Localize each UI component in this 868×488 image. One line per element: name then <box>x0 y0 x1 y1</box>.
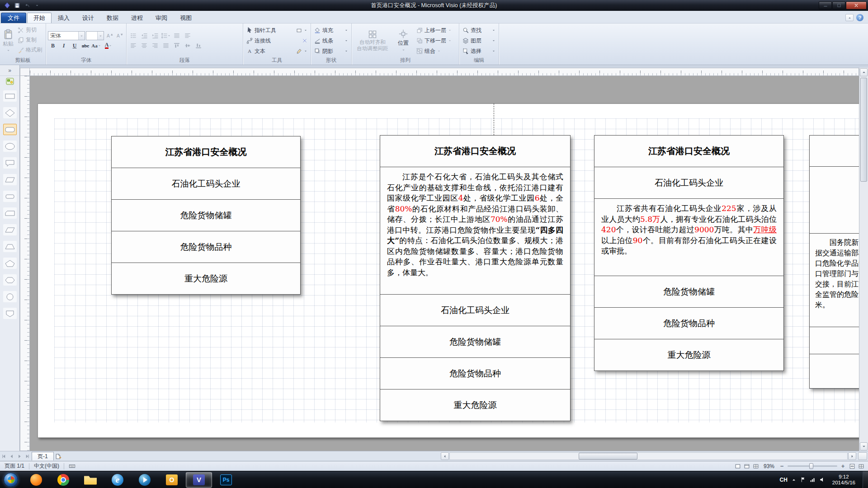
diagram-item[interactable]: 重大危险源 <box>112 263 300 294</box>
align-center-button[interactable] <box>139 41 149 50</box>
diagram-item[interactable]: 危险货物品种 <box>112 231 300 263</box>
stencil-shape-shield[interactable] <box>3 308 17 319</box>
diagram-item[interactable]: 危险货物储罐 <box>594 276 783 307</box>
qat-customize-icon[interactable] <box>33 2 41 9</box>
first-page-icon[interactable] <box>0 452 8 460</box>
taskbar-app-ie[interactable]: e <box>104 472 131 488</box>
diagram-item[interactable]: 重大危险源 <box>380 389 570 421</box>
tab-数据[interactable]: 数据 <box>100 13 125 23</box>
stencil-shape-rectangle[interactable] <box>3 90 17 102</box>
diagram-item[interactable]: 危险货物储罐 <box>112 199 300 231</box>
justify-button[interactable] <box>161 41 171 50</box>
decrease-indent-button[interactable] <box>139 31 149 40</box>
scroll-down-icon[interactable] <box>860 442 868 450</box>
format-painter-button[interactable]: 格式刷 <box>16 45 44 55</box>
connection-point-icon[interactable] <box>302 38 307 43</box>
freeform-tool-icon[interactable] <box>296 48 302 54</box>
diagram-item[interactable]: 危险货物储罐 <box>380 326 570 357</box>
connector-tool-button[interactable]: 连接线 <box>245 36 309 46</box>
underline-button[interactable]: U <box>70 41 80 50</box>
diagram-item[interactable]: 重大危险源 <box>594 339 783 371</box>
tab-进程[interactable]: 进程 <box>125 13 149 23</box>
sheet-tab[interactable]: 页-1 <box>32 452 54 460</box>
diagram-header[interactable]: 江苏省港口安全概况 <box>594 136 783 167</box>
diagram-box-column-1[interactable]: 江苏省港口安全概况石油化工码头企业危险货物储罐危险货物品种重大危险源 <box>111 136 301 295</box>
align-right-button[interactable] <box>150 41 160 50</box>
text-direction-button[interactable] <box>172 31 182 40</box>
vertical-scroll-thumb[interactable] <box>860 78 867 182</box>
macro-record-icon[interactable] <box>64 461 80 471</box>
diagram-paragraph[interactable]: 江苏是个石化大省，石油化工码头及其仓储式石化产业的基础支撑和生命线，依托沿江港口… <box>380 167 570 294</box>
fit-width-icon[interactable] <box>858 463 864 469</box>
grow-font-button[interactable]: A <box>105 31 114 40</box>
align-bottom-button[interactable] <box>193 41 203 50</box>
network-icon[interactable] <box>810 477 816 483</box>
taskbar-app-media[interactable] <box>132 472 158 488</box>
stencil-shape-rounded-rectangle[interactable] <box>3 124 17 135</box>
diagram-item[interactable]: 石油化工码头企业 <box>112 168 300 199</box>
bold-button[interactable]: B <box>48 41 58 50</box>
tab-视图[interactable]: 视图 <box>174 13 198 23</box>
ime-indicator[interactable]: CH <box>779 477 787 483</box>
action-center-icon[interactable] <box>800 477 806 483</box>
text-tool-button[interactable]: A文本 <box>245 47 309 56</box>
taskbar-app-chrome[interactable] <box>50 472 76 488</box>
diagram-empty-section[interactable] <box>810 354 859 388</box>
stencil-shape-card[interactable] <box>3 207 17 219</box>
copy-button[interactable]: 复制 <box>16 35 44 45</box>
stencils-icon[interactable] <box>6 78 14 87</box>
diagram-paragraph[interactable]: 江苏省共有石油化工码头企业225家，涉及从业人员大约5.8万人，拥有专业化石油化… <box>594 198 783 276</box>
paste-button[interactable]: 粘贴 <box>2 25 14 56</box>
help-icon[interactable]: ? <box>856 14 863 21</box>
diagram-item[interactable]: 危险货物品种 <box>380 357 570 389</box>
increase-indent-button[interactable] <box>150 31 160 40</box>
expand-shapes-panel-icon[interactable]: » <box>0 65 19 76</box>
zoom-out-icon[interactable]: − <box>778 463 785 469</box>
diagram-item[interactable]: 石油化工码头企业 <box>594 167 783 198</box>
last-page-icon[interactable] <box>23 452 31 460</box>
strikethrough-button[interactable]: abc <box>80 41 90 50</box>
stencil-shape-rounded-rectangle-2[interactable] <box>3 191 17 202</box>
align-top-button[interactable] <box>172 41 182 50</box>
diagram-paragraph[interactable]: 国务院新《据交通运输部和口危险化学品安口管理部门与安交接，目前江苏全监管的危险货… <box>810 233 859 327</box>
previous-page-icon[interactable] <box>8 452 15 460</box>
fill-button[interactable]: 填充 <box>313 26 349 35</box>
group-shapes-button[interactable]: 组合 <box>415 47 453 56</box>
line-spacing-button[interactable] <box>161 31 171 40</box>
file-tab[interactable]: 文件 <box>1 13 26 23</box>
stencil-shape-slanted-rectangle[interactable] <box>3 174 17 185</box>
change-case-button[interactable]: Aa <box>91 41 101 50</box>
zoom-slider[interactable] <box>788 465 837 467</box>
bring-forward-button[interactable]: 上移一层 <box>415 26 453 35</box>
show-desktop-button[interactable] <box>863 471 868 488</box>
cut-button[interactable]: 剪切 <box>16 25 44 35</box>
select-button[interactable]: 选择 <box>461 47 497 56</box>
drawing-page[interactable]: 江苏省港口安全概况石油化工码头企业危险货物储罐危险货物品种重大危险源 江苏省港口… <box>38 103 859 438</box>
taskbar-app-firefox[interactable] <box>23 472 49 488</box>
tab-设计[interactable]: 设计 <box>76 13 100 23</box>
diagram-empty-section[interactable] <box>810 136 859 166</box>
scroll-left-icon[interactable] <box>441 452 449 460</box>
shrink-font-button[interactable]: A <box>115 31 124 40</box>
horizontal-scroll-thumb[interactable] <box>579 453 637 460</box>
diagram-header[interactable]: 江苏省港口安全概况 <box>112 136 300 168</box>
taskbar-app-folder[interactable] <box>77 472 104 488</box>
close-button[interactable] <box>846 1 867 9</box>
drawing-canvas[interactable]: 江苏省港口安全概况石油化工码头企业危险货物储罐危险货物品种重大危险源 江苏省港口… <box>30 76 859 451</box>
insert-page-icon[interactable] <box>55 452 62 460</box>
visio-app-icon[interactable] <box>3 2 11 9</box>
stencil-shape-parallelogram[interactable] <box>3 224 17 235</box>
line-button[interactable]: 线条 <box>313 36 349 46</box>
scroll-right-icon[interactable] <box>848 452 856 460</box>
next-page-icon[interactable] <box>15 452 23 460</box>
align-middle-button[interactable] <box>183 41 193 50</box>
font-family-select[interactable]: 宋体 <box>48 31 85 40</box>
zoom-slider-thumb[interactable] <box>809 463 813 469</box>
view-normal-icon[interactable] <box>735 463 741 469</box>
fit-page-icon[interactable] <box>849 463 855 469</box>
undo-button[interactable] <box>23 2 31 9</box>
minimize-ribbon-icon[interactable] <box>845 14 854 21</box>
font-color-button[interactable]: A <box>102 41 115 50</box>
stencil-shape-callout[interactable] <box>3 157 17 169</box>
italic-button[interactable]: I <box>59 41 69 50</box>
